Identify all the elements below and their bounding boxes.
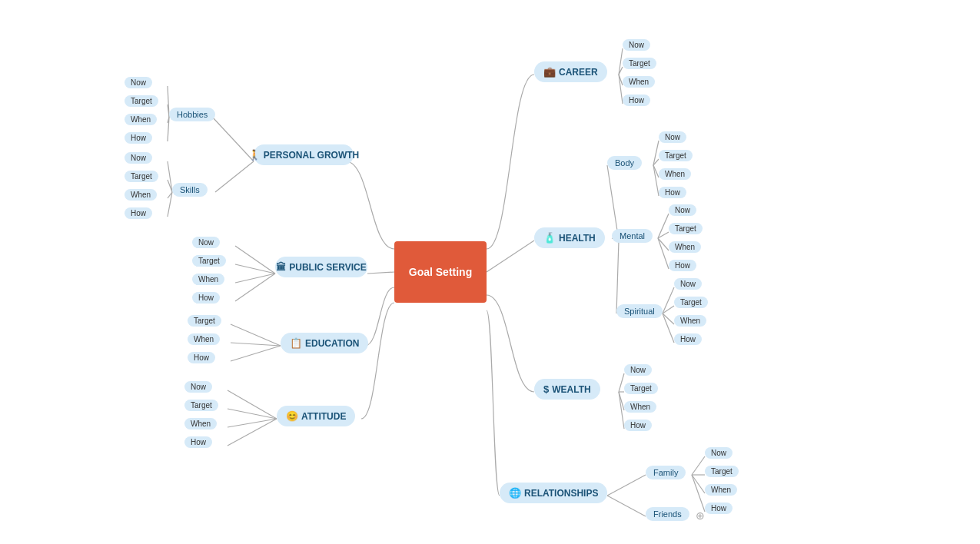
relationships-icon: 🌐 bbox=[509, 487, 521, 499]
svg-line-11 bbox=[658, 214, 669, 238]
center-node[interactable]: Goal Setting bbox=[394, 241, 487, 303]
public-service-node[interactable]: 🏛PUBLIC SERVICE bbox=[275, 257, 367, 277]
career-node[interactable]: 💼CAREER bbox=[534, 61, 607, 82]
pg-sub-hobbies: Hobbies bbox=[169, 108, 215, 121]
health-mental-leaf-how: How bbox=[669, 260, 696, 271]
svg-line-36 bbox=[168, 161, 172, 192]
at-leaf-when: When bbox=[184, 418, 217, 430]
health-spiritual-leaf-target: Target bbox=[674, 297, 708, 308]
career-leaf-when: When bbox=[623, 76, 655, 88]
at-leaf-how: How bbox=[184, 436, 212, 448]
svg-line-23 bbox=[619, 392, 624, 429]
ps-leaf-target: Target bbox=[192, 255, 226, 267]
svg-line-42 bbox=[235, 264, 275, 274]
svg-line-44 bbox=[235, 274, 275, 301]
health-spiritual-leaf-now: Now bbox=[674, 278, 702, 290]
svg-line-43 bbox=[235, 274, 275, 283]
svg-line-33 bbox=[168, 117, 169, 123]
ps-leaf-when: When bbox=[192, 274, 224, 285]
svg-line-34 bbox=[168, 117, 169, 141]
svg-line-40 bbox=[367, 272, 394, 274]
svg-line-22 bbox=[619, 392, 624, 410]
rel-family-leaf-when: When bbox=[705, 484, 737, 496]
ps-leaf-now: Now bbox=[192, 237, 220, 248]
health-sub-body: Body bbox=[607, 156, 642, 170]
wealth-node[interactable]: $WEALTH bbox=[534, 379, 600, 400]
at-leaf-now: Now bbox=[184, 381, 212, 393]
wealth-leaf-how: How bbox=[624, 420, 652, 431]
pg-hobbies-leaf-now: Now bbox=[125, 77, 152, 88]
health-mental-leaf-target: Target bbox=[669, 223, 703, 234]
personal-growth-node[interactable]: 🚶PERSONAL GROWTH bbox=[254, 144, 354, 165]
svg-line-35 bbox=[215, 161, 254, 192]
svg-line-19 bbox=[663, 313, 674, 343]
center-label: Goal Setting bbox=[409, 266, 472, 278]
svg-line-16 bbox=[663, 287, 674, 313]
svg-line-29 bbox=[607, 496, 646, 516]
ed-leaf-how: How bbox=[188, 352, 215, 363]
svg-line-50 bbox=[228, 419, 277, 427]
education-icon: 📋 bbox=[290, 337, 302, 349]
health-node[interactable]: 🧴HEALTH bbox=[534, 227, 605, 248]
svg-line-46 bbox=[231, 343, 281, 346]
svg-line-13 bbox=[658, 238, 669, 250]
health-body-leaf-now: Now bbox=[659, 131, 686, 143]
career-leaf-target: Target bbox=[623, 58, 656, 69]
health-mental-leaf-when: When bbox=[669, 241, 701, 253]
svg-line-45 bbox=[231, 324, 281, 346]
health-icon: 🧴 bbox=[543, 232, 556, 244]
rel-sub-family: Family bbox=[646, 466, 686, 479]
svg-line-6 bbox=[653, 141, 659, 165]
svg-line-14 bbox=[658, 238, 669, 269]
svg-line-17 bbox=[663, 306, 674, 313]
svg-line-15 bbox=[616, 240, 619, 313]
health-body-leaf-how: How bbox=[659, 187, 686, 198]
at-leaf-target: Target bbox=[184, 400, 218, 411]
svg-line-49 bbox=[228, 409, 277, 419]
rel-family-leaf-how: How bbox=[705, 503, 733, 514]
rel-family-leaf-now: Now bbox=[705, 447, 733, 459]
ed-leaf-target: Target bbox=[188, 315, 221, 327]
wealth-leaf-now: Now bbox=[624, 364, 652, 376]
personal-growth-icon: 🚶 bbox=[248, 149, 261, 161]
relationships-node[interactable]: 🌐RELATIONSHIPS bbox=[500, 483, 607, 503]
svg-line-8 bbox=[653, 165, 659, 177]
svg-line-9 bbox=[653, 165, 659, 196]
svg-line-4 bbox=[487, 240, 534, 272]
wealth-icon: $ bbox=[543, 383, 549, 395]
pg-skills-leaf-how: How bbox=[125, 207, 152, 219]
svg-line-47 bbox=[231, 346, 281, 361]
svg-line-25 bbox=[692, 456, 705, 475]
svg-line-41 bbox=[235, 246, 275, 274]
svg-line-39 bbox=[168, 192, 172, 217]
svg-line-28 bbox=[692, 475, 705, 512]
career-leaf-how: How bbox=[623, 95, 650, 106]
attitude-node[interactable]: 😊ATTITUDE bbox=[277, 406, 355, 426]
svg-line-38 bbox=[168, 192, 172, 198]
ps-leaf-how: How bbox=[192, 292, 220, 304]
wealth-leaf-when: When bbox=[624, 401, 656, 413]
mindmap-container: Goal Setting 💼CAREERNowTargetWhenHow🧴HEA… bbox=[0, 0, 980, 544]
health-body-leaf-target: Target bbox=[659, 150, 693, 161]
pg-sub-skills: Skills bbox=[172, 183, 208, 197]
career-icon: 💼 bbox=[543, 66, 556, 78]
health-mental-leaf-now: Now bbox=[669, 204, 696, 216]
public-service-icon: 🏛 bbox=[276, 261, 286, 273]
health-spiritual-leaf-when: When bbox=[674, 315, 706, 327]
pg-hobbies-leaf-how: How bbox=[125, 132, 152, 144]
health-body-leaf-when: When bbox=[659, 168, 691, 180]
health-sub-spiritual: Spiritual bbox=[616, 304, 663, 318]
svg-line-24 bbox=[607, 475, 646, 496]
pg-skills-leaf-target: Target bbox=[125, 171, 158, 182]
health-spiritual-leaf-how: How bbox=[674, 333, 702, 345]
pg-hobbies-leaf-when: When bbox=[125, 114, 157, 125]
health-sub-mental: Mental bbox=[612, 229, 653, 243]
svg-line-48 bbox=[228, 390, 277, 419]
friends-expand-icon[interactable]: ⊕ bbox=[696, 509, 705, 522]
rel-sub-friends: Friends bbox=[646, 507, 689, 521]
svg-line-12 bbox=[658, 232, 669, 238]
education-node[interactable]: 📋EDUCATION bbox=[281, 333, 368, 353]
attitude-icon: 😊 bbox=[286, 410, 298, 422]
ed-leaf-when: When bbox=[188, 333, 220, 345]
pg-skills-leaf-when: When bbox=[125, 189, 157, 201]
